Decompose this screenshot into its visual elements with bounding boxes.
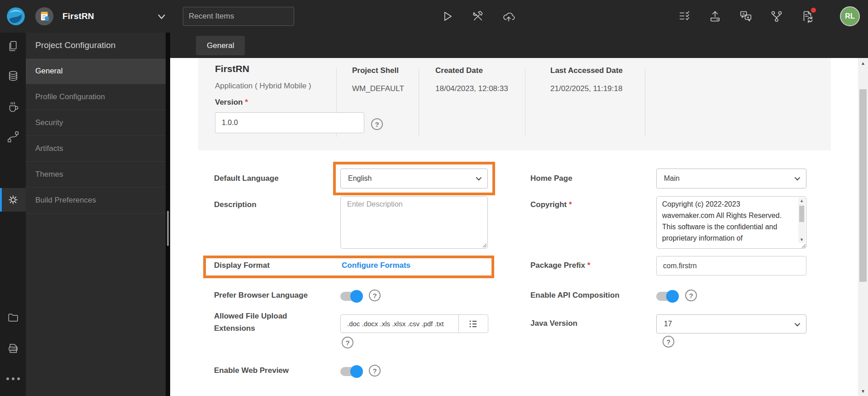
home-page-value: Main (664, 174, 680, 183)
project-type-icon[interactable] (35, 7, 53, 25)
java-version-value: 17 (664, 320, 672, 328)
display-format-label: Display Format (214, 261, 270, 270)
project-shell-label: Project Shell (352, 66, 399, 75)
prefer-browser-language-label: Prefer Browser Language (214, 291, 308, 300)
tab-bar: General (170, 33, 868, 58)
rail-item-logs[interactable]: LOG (0, 337, 26, 360)
sidebar-scrollbar-thumb[interactable] (167, 211, 169, 246)
enable-web-preview-toggle[interactable] (340, 367, 362, 376)
sidebar-title: Project Configuration (26, 33, 166, 58)
rail-item-settings[interactable] (0, 188, 26, 212)
project-name: FirstRN (62, 0, 94, 33)
svg-text:LOG: LOG (10, 348, 16, 350)
tab-general[interactable]: General (196, 36, 245, 55)
project-menu-chevron-down-icon[interactable] (157, 12, 167, 22)
copyright-textarea[interactable]: Copyright (c) 2022-2023 wavemaker.com Al… (656, 196, 806, 249)
divider (419, 68, 419, 137)
rail-item-database[interactable] (0, 65, 26, 88)
default-language-label: Default Language (214, 174, 279, 183)
extensions-list-button[interactable] (458, 314, 488, 333)
sidebar-item-profile-configuration[interactable]: Profile Configuration (26, 84, 166, 110)
home-page-label: Home Page (530, 174, 572, 183)
default-language-value: English (348, 174, 372, 183)
created-date-label: Created Date (435, 66, 483, 75)
sidebar-item-general[interactable]: General (26, 58, 166, 84)
version-label: Version (215, 98, 248, 107)
sidebar-scrollbar[interactable] (166, 33, 170, 396)
sidebar-item-themes[interactable]: Themes (26, 162, 166, 188)
rail-item-file-explorer[interactable] (0, 305, 26, 329)
resize-handle-icon[interactable] (482, 242, 487, 248)
left-icon-rail: LOG (0, 33, 26, 396)
created-date-value: 18/04/2023, 12:08:33 (435, 84, 508, 93)
top-bar: FirstRN (0, 0, 868, 33)
svg-text:A: A (743, 12, 745, 16)
prefer-browser-language-toggle[interactable] (340, 292, 362, 301)
wavemaker-logo-icon[interactable] (5, 5, 27, 28)
project-title: FirstRN (215, 63, 249, 74)
resize-handle-icon[interactable] (801, 243, 806, 248)
scroll-up-arrow-icon[interactable]: ▲ (858, 59, 868, 67)
general-settings-content: FirstRN Application ( Hybrid Mobile ) Pr… (170, 58, 868, 396)
page-scrollbar[interactable]: ▲ ▼ (858, 58, 868, 396)
last-accessed-date-label: Last Accessed Date (550, 66, 623, 75)
sidebar-item-build-preferences[interactable]: Build Preferences (26, 188, 166, 213)
user-avatar[interactable]: RL (840, 6, 860, 26)
project-shell-value: WM_DEFAULT (352, 84, 404, 93)
checklist-icon[interactable] (678, 10, 692, 23)
rail-item-more[interactable] (0, 367, 26, 391)
home-page-select[interactable]: Main (656, 169, 806, 188)
rail-item-pages[interactable] (0, 34, 26, 58)
enable-api-composition-toggle[interactable] (656, 292, 678, 301)
rail-item-java-services[interactable] (0, 95, 26, 118)
cloud-upload-icon[interactable] (502, 10, 515, 23)
copyright-text: Copyright (c) 2022-2023 wavemaker.com Al… (662, 198, 792, 246)
svg-text:★: ★ (747, 15, 750, 19)
version-input[interactable] (215, 112, 364, 133)
share-icon[interactable] (770, 10, 783, 23)
export-icon[interactable] (708, 10, 722, 23)
allowed-extensions-help-icon[interactable] (342, 337, 353, 348)
main-area: General FirstRN Application ( Hybrid Mob… (170, 33, 868, 396)
run-icon[interactable] (440, 10, 454, 23)
description-textarea[interactable] (340, 196, 488, 249)
list-icon (468, 319, 479, 329)
scroll-up-arrow-icon[interactable]: ▲ (798, 198, 805, 204)
prefer-browser-language-help-icon[interactable] (369, 290, 381, 301)
enable-api-composition-help-icon[interactable] (685, 290, 697, 301)
copyright-scrollbar[interactable]: ▲ ▼ (798, 198, 805, 243)
wavemaker-studio-window: FirstRN (0, 0, 868, 396)
version-help-icon[interactable] (371, 118, 383, 130)
chevron-down-icon (795, 175, 801, 181)
sync-file-icon[interactable] (801, 10, 814, 23)
package-prefix-input[interactable] (656, 256, 806, 275)
divider (525, 68, 525, 137)
page-scrollbar-thumb[interactable] (859, 89, 867, 282)
project-type: Application ( Hybrid Mobile ) (215, 82, 311, 91)
allowed-extensions-input[interactable] (340, 314, 459, 333)
description-label: Description (214, 200, 257, 209)
chevron-down-icon (476, 175, 482, 181)
default-language-select[interactable]: English (340, 169, 488, 188)
rail-item-apis[interactable] (0, 125, 26, 149)
notification-badge (811, 8, 816, 13)
chevron-down-icon (795, 321, 801, 327)
scroll-down-arrow-icon[interactable]: ▼ (858, 387, 868, 395)
java-version-label: Java Version (530, 319, 577, 328)
translate-icon[interactable]: A ★ (739, 10, 753, 23)
allowed-extensions-label: Allowed File Upload Extensions (214, 310, 300, 334)
divider (645, 68, 645, 137)
enable-web-preview-help-icon[interactable] (369, 365, 381, 377)
project-configuration-sidebar: Project Configuration General Profile Co… (26, 33, 166, 396)
sidebar-item-artifacts[interactable]: Artifacts (26, 136, 166, 162)
configure-formats-link[interactable]: Configure Formats (342, 261, 410, 270)
java-version-help-icon[interactable] (663, 336, 674, 348)
java-version-select[interactable]: 17 (656, 314, 806, 333)
copyright-scrollbar-thumb[interactable] (799, 206, 804, 222)
recent-items-input[interactable] (183, 7, 294, 26)
last-accessed-date-value: 21/02/2025, 11:19:18 (550, 84, 622, 93)
toggle-knob (666, 290, 679, 303)
scroll-down-arrow-icon[interactable]: ▼ (798, 237, 805, 243)
sidebar-item-security[interactable]: Security (26, 110, 166, 136)
tools-icon[interactable] (471, 10, 485, 23)
